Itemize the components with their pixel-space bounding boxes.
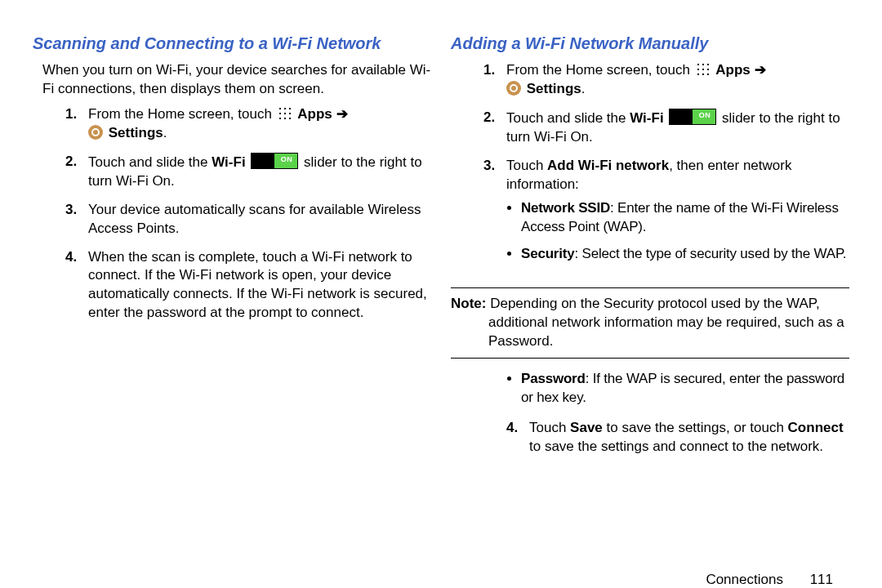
text-bold: Connect [788, 420, 844, 435]
wifi-label: Wi-Fi [212, 154, 249, 170]
text: to save the settings, or touch [603, 420, 788, 435]
text-bold: Network SSID [521, 200, 610, 216]
left-steps: From the Home screen, touch Apps ➔ Setti… [33, 105, 431, 332]
note-block: Note: Depending on the Security protocol… [451, 287, 849, 359]
settings-gear-icon [506, 81, 521, 96]
text: Touch [506, 158, 547, 173]
text: Touch [529, 420, 570, 435]
text: Depending on the Security protocol used … [486, 296, 844, 349]
footer-section: Connections [706, 572, 783, 587]
right-step-4: 4. Touch Save to save the settings, or t… [506, 419, 849, 457]
text: . [581, 81, 586, 96]
bullet-security: Security: Select the type of security us… [521, 245, 849, 272]
text: . [163, 125, 167, 140]
settings-label: Settings [109, 125, 163, 140]
left-intro: When you turn on Wi-Fi, your device sear… [42, 61, 431, 99]
text-bold: Add Wi-Fi network [547, 158, 669, 173]
text: From the Home screen, touch [506, 62, 694, 78]
wifi-on-toggle-icon [251, 153, 298, 169]
right-heading: Adding a Wi-Fi Network Manually [451, 33, 849, 55]
post-note-content: Password: If the WAP is secured, enter t… [451, 370, 849, 457]
text-bold: Password [521, 371, 586, 386]
wifi-on-toggle-icon [669, 109, 716, 125]
text: to save the settings and connect to the … [529, 439, 823, 454]
left-column: Scanning and Connecting to a Wi-Fi Netwo… [33, 33, 431, 555]
page-footer: Connections 111 [0, 572, 882, 588]
left-step-3: Your device automatically scans for avai… [65, 201, 431, 248]
left-step-1: From the Home screen, touch Apps ➔ Setti… [65, 105, 431, 153]
settings-label: Settings [527, 81, 581, 96]
left-heading: Scanning and Connecting to a Wi-Fi Netwo… [33, 33, 431, 55]
text: From the Home screen, touch [88, 106, 276, 122]
text: Touch and slide the [506, 110, 630, 126]
apps-grid-icon [696, 62, 710, 77]
text: Touch and slide the [88, 154, 212, 170]
bullet-ssid: Network SSID: Enter the name of the Wi-F… [521, 199, 849, 245]
text-bold: Save [570, 420, 603, 435]
right-step-3: Touch Add Wi-Fi network, then enter netw… [483, 157, 849, 282]
right-step-2: Touch and slide the Wi-Fi slider to the … [483, 109, 849, 157]
arrow-icon: ➔ [755, 62, 766, 78]
arrow-icon: ➔ [336, 106, 348, 122]
note-label: Note: [451, 296, 486, 311]
footer-page-number: 111 [810, 572, 833, 587]
apps-label: Apps [297, 106, 336, 122]
apps-label: Apps [715, 62, 754, 78]
password-bullet-list: Password: If the WAP is secured, enter t… [506, 370, 849, 416]
settings-gear-icon [88, 125, 103, 140]
right-steps: From the Home screen, touch Apps ➔ Setti… [451, 61, 849, 281]
text-bold: Security [521, 246, 575, 261]
step-number: 4. [506, 419, 518, 438]
left-step-4: When the scan is complete, touch a Wi-Fi… [65, 248, 431, 333]
right-step-1: From the Home screen, touch Apps ➔ Setti… [483, 61, 849, 109]
page-content: Scanning and Connecting to a Wi-Fi Netwo… [0, 0, 882, 572]
left-step-2: Touch and slide the Wi-Fi slider to the … [65, 153, 431, 201]
network-info-bullets: Network SSID: Enter the name of the Wi-F… [506, 199, 849, 272]
note-text: Note: Depending on the Security protocol… [451, 295, 849, 351]
text: : Select the type of security used by th… [575, 246, 847, 261]
wifi-label: Wi-Fi [630, 110, 667, 126]
right-column: Adding a Wi-Fi Network Manually From the… [451, 33, 849, 555]
bullet-password: Password: If the WAP is secured, enter t… [521, 370, 849, 416]
apps-grid-icon [278, 106, 292, 121]
